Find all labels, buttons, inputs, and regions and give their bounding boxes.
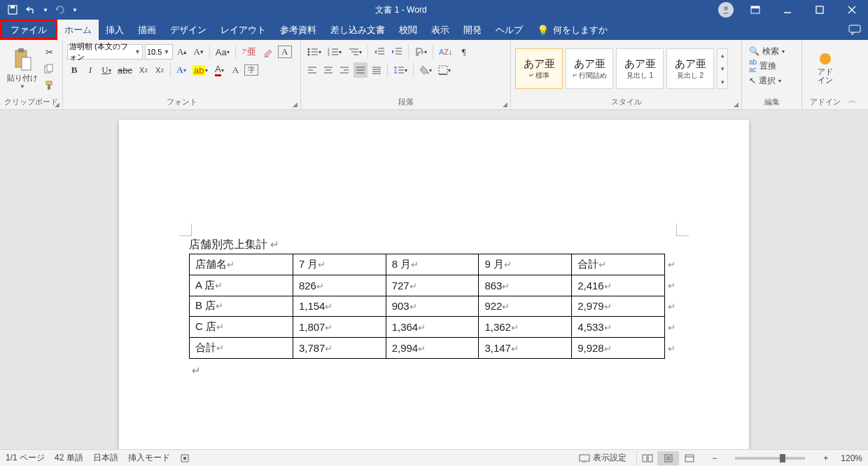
zoom-slider[interactable] <box>735 457 805 460</box>
align-center-button[interactable] <box>321 62 335 78</box>
justify-button[interactable] <box>354 62 368 78</box>
status-insert-mode[interactable]: 挿入モード <box>128 452 170 464</box>
tab-review[interactable]: 校閲 <box>392 20 424 40</box>
table-cell[interactable]: 903↵ <box>386 296 479 317</box>
character-shading-button[interactable]: A <box>228 62 242 78</box>
status-language[interactable]: 日本語 <box>93 452 118 464</box>
comments-button[interactable] <box>848 25 861 36</box>
close-button[interactable] <box>836 0 868 20</box>
user-avatar[interactable] <box>718 2 734 18</box>
table-cell[interactable]: 9 月↵ <box>479 254 572 275</box>
bold-button[interactable]: B <box>67 62 81 78</box>
copy-button[interactable] <box>42 61 56 76</box>
tab-draw[interactable]: 描画 <box>131 20 163 40</box>
tab-view[interactable]: 表示 <box>424 20 456 40</box>
font-name-combo[interactable]: 游明朝 (本文のフォン▼ <box>67 44 143 60</box>
style-normal[interactable]: あア亜 ↵標準 <box>515 48 563 89</box>
table-cell[interactable]: 1,807↵ <box>293 317 386 338</box>
numbering-button[interactable]: 123▾ <box>326 44 344 60</box>
distributed-button[interactable] <box>370 62 384 78</box>
table-cell[interactable]: 3,787↵ <box>293 338 386 359</box>
collapse-ribbon-button[interactable]: ︿ <box>848 95 857 107</box>
enclose-characters-button[interactable]: A <box>278 46 292 58</box>
web-layout-button[interactable] <box>678 451 699 465</box>
zoom-out-button[interactable]: − <box>709 453 720 463</box>
table-cell[interactable]: 8 月↵ <box>386 254 479 275</box>
undo-button[interactable] <box>24 3 38 17</box>
table-cell[interactable]: 1,364↵ <box>386 317 479 338</box>
qat-customize[interactable]: ▼ <box>71 3 78 17</box>
character-border-button[interactable]: 字 <box>244 64 258 76</box>
display-settings-button[interactable]: 表示設定 <box>579 452 626 464</box>
style-heading1[interactable]: あア亜 見出し 1 <box>616 48 664 89</box>
tab-developer[interactable]: 開発 <box>456 20 489 40</box>
status-macro[interactable] <box>180 453 190 463</box>
superscript-button[interactable]: X2 <box>153 62 167 78</box>
redo-button[interactable] <box>53 3 67 17</box>
cut-button[interactable]: ✂ <box>42 44 56 60</box>
styles-launcher[interactable]: ◢ <box>734 101 738 108</box>
tell-me-search[interactable]: 💡 何をしますか <box>530 20 615 40</box>
save-button[interactable] <box>6 3 20 17</box>
undo-dropdown[interactable]: ▼ <box>42 3 49 17</box>
borders-button[interactable]: ▾ <box>436 62 453 78</box>
table-row[interactable]: B 店↵1,154↵903↵922↵2,979↵ <box>190 296 665 317</box>
shading-button[interactable]: ▾ <box>417 62 434 78</box>
align-right-button[interactable] <box>337 62 351 78</box>
table-cell[interactable]: 3,147↵ <box>479 338 572 359</box>
change-case-button[interactable]: Aa▾ <box>214 44 232 60</box>
tab-home[interactable]: ホーム <box>57 20 99 40</box>
table-cell[interactable]: 9,928↵ <box>572 338 665 359</box>
page-content[interactable]: 店舗別売上集計↵ 店舗名↵7 月↵8 月↵9 月↵合計↵A 店↵826↵727↵… <box>189 238 679 377</box>
print-layout-button[interactable] <box>657 451 678 465</box>
tab-insert[interactable]: 挿入 <box>99 20 131 40</box>
bullets-button[interactable]: ▾ <box>305 44 323 60</box>
table-cell[interactable]: 7 月↵ <box>293 254 386 275</box>
clipboard-launcher[interactable]: ◢ <box>55 101 59 108</box>
sort-button[interactable]: AZ↓ <box>437 44 455 60</box>
style-nospacing[interactable]: あア亜 ↵行間詰め <box>566 48 613 89</box>
tab-design[interactable]: デザイン <box>163 20 214 40</box>
phonetic-guide-button[interactable]: ア亜 <box>239 44 258 60</box>
table-cell[interactable]: B 店↵ <box>190 296 293 317</box>
ribbon-display-options[interactable] <box>739 0 771 20</box>
select-button[interactable]: ↖選択▾ <box>746 74 784 88</box>
data-table[interactable]: 店舗名↵7 月↵8 月↵9 月↵合計↵A 店↵826↵727↵863↵2,416… <box>189 254 665 359</box>
table-cell[interactable]: 1,362↵ <box>479 317 572 338</box>
table-cell[interactable]: 922↵ <box>479 296 572 317</box>
table-cell[interactable]: 合計↵ <box>572 254 665 275</box>
table-cell[interactable]: 2,994↵ <box>386 338 479 359</box>
maximize-button[interactable] <box>804 0 836 20</box>
table-cell[interactable]: 2,416↵ <box>572 275 665 296</box>
tab-mailings[interactable]: 差し込み文書 <box>323 20 392 40</box>
highlight-button[interactable]: ab▾ <box>190 62 210 78</box>
font-launcher[interactable]: ◢ <box>293 101 298 108</box>
doc-heading[interactable]: 店舗別売上集計↵ <box>189 238 679 252</box>
read-mode-button[interactable] <box>636 451 657 465</box>
tab-layout[interactable]: レイアウト <box>214 20 273 40</box>
table-row[interactable]: 合計↵3,787↵2,994↵3,147↵9,928↵ <box>190 338 665 359</box>
line-spacing-button[interactable]: ▾ <box>391 62 410 78</box>
style-heading2[interactable]: あア亜 見出し 2 <box>666 48 714 89</box>
subscript-button[interactable]: X2 <box>136 62 150 78</box>
grow-font-button[interactable]: A▴ <box>175 44 189 60</box>
table-cell[interactable]: 合計↵ <box>190 338 293 359</box>
format-painter-button[interactable] <box>42 78 56 93</box>
table-row[interactable]: A 店↵826↵727↵863↵2,416↵ <box>190 275 665 296</box>
increase-indent-button[interactable] <box>389 44 405 60</box>
italic-button[interactable]: I <box>83 62 97 78</box>
font-size-combo[interactable]: 10.5▼ <box>145 44 173 60</box>
style-gallery[interactable]: あア亜 ↵標準 あア亜 ↵行間詰め あア亜 見出し 1 あア亜 見出し 2 ▴▾… <box>515 48 728 89</box>
paragraph-launcher[interactable]: ◢ <box>503 101 507 108</box>
align-left-button[interactable] <box>305 62 319 78</box>
table-cell[interactable]: 店舗名↵ <box>190 254 293 275</box>
underline-button[interactable]: U▾ <box>99 62 113 78</box>
zoom-in-button[interactable]: + <box>820 453 831 463</box>
text-direction-button[interactable]: ▾ <box>412 44 429 60</box>
style-gallery-more[interactable]: ▴▾▾ <box>717 48 728 89</box>
table-row[interactable]: C 店↵1,807↵1,364↵1,362↵4,533↵ <box>190 317 665 338</box>
tab-file[interactable]: ファイル <box>0 20 57 40</box>
table-cell[interactable]: A 店↵ <box>190 275 293 296</box>
table-cell[interactable]: 863↵ <box>479 275 572 296</box>
find-button[interactable]: 🔍検索▾ <box>746 44 788 58</box>
